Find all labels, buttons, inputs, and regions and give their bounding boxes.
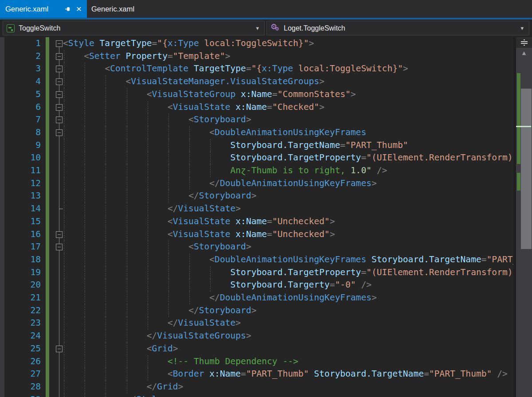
collapse-box-icon[interactable] (56, 66, 63, 72)
gears-icon: ⚙⚙ (270, 23, 280, 33)
code-line: 10 Storyboard.TargetProperty="(UIElement… (0, 152, 513, 164)
code-line: 21 </DoubleAnimationUsingKeyFrames> (0, 292, 513, 304)
line-number: 12 (0, 177, 41, 190)
member-dropdown[interactable]: ⚙⚙ Loget.ToggleSwitch ▾ (266, 21, 529, 35)
code-line: 5 <VisualStateGroup x:Name="CommonStates… (0, 88, 513, 101)
code-line: 12 </DoubleAnimationUsingKeyFrames> (0, 177, 513, 190)
line-number: 17 (0, 241, 41, 253)
collapse-box-icon[interactable] (56, 129, 63, 136)
collapse-box-icon[interactable] (56, 231, 63, 238)
close-icon[interactable]: × (76, 4, 82, 13)
code-editor[interactable]: 1<Style TargetType="{x:Type local:Toggle… (0, 37, 532, 397)
code-text: <Storyboard> (63, 113, 251, 126)
collapse-box-icon[interactable] (56, 346, 63, 352)
line-number: 8 (0, 126, 41, 139)
chevron-down-icon[interactable]: ▾ (520, 25, 525, 31)
code-text: <Style TargetType="{x:Type local:ToggleS… (63, 37, 314, 50)
code-text: <DoubleAnimationUsingKeyFrames Storyboar… (63, 253, 518, 266)
line-number: 11 (0, 164, 41, 177)
pin-icon[interactable] (65, 6, 71, 12)
code-text: </DoubleAnimationUsingKeyFrames> (63, 177, 377, 190)
code-line: 1<Style TargetType="{x:Type local:Toggle… (0, 37, 513, 50)
collapse-box-icon[interactable] (56, 244, 63, 250)
line-number: 21 (0, 292, 41, 304)
code-text: <VisualState x:Name="Checked"> (63, 101, 325, 114)
code-text: </DoubleAnimationUsingKeyFrames> (63, 292, 377, 304)
vertical-scrollbar[interactable]: ▲ (516, 37, 532, 397)
chevron-down-icon[interactable]: ▾ (256, 25, 261, 31)
tab-label: Generic.xaml (5, 5, 48, 13)
code-line: 14 </VisualState> (0, 202, 513, 215)
code-text: </Storyboard> (63, 190, 256, 202)
code-line: 22 </Storyboard> (0, 304, 513, 317)
code-line: 17 <Storyboard> (0, 241, 513, 253)
line-number: 4 (0, 75, 41, 88)
type-dropdown-label: ToggleSwitch (19, 24, 60, 32)
code-text: <Storyboard> (63, 241, 251, 253)
type-dropdown[interactable]: ToggleSwitch ▾ (3, 21, 265, 35)
code-line: 2 <Setter Property="Template"> (0, 50, 513, 63)
code-text: <DoubleAnimationUsingKeyFrames (63, 126, 366, 139)
line-number: 25 (0, 343, 41, 355)
code-text: <Border x:Name="PART_Thumb" Storyboard.T… (63, 368, 508, 381)
code-line: 27 <Border x:Name="PART_Thumb" Storyboar… (0, 368, 513, 381)
line-number: 19 (0, 266, 41, 279)
code-line: 25 <Grid> (0, 343, 513, 355)
code-text: </Grid> (63, 381, 183, 393)
line-number: 3 (0, 62, 41, 75)
code-text: Storyboard.TargetProperty="(UIElement.Re… (63, 266, 518, 279)
change-mark (517, 173, 520, 191)
collapse-box-icon[interactable] (56, 91, 63, 98)
outline-end-tick (59, 209, 63, 209)
line-number: 5 (0, 88, 41, 101)
vs-editor-window: Generic.xaml × Generic.xaml ToggleSwitch… (0, 0, 532, 397)
tab-generic-xaml-active[interactable]: Generic.xaml × (0, 0, 87, 18)
line-number: 10 (0, 152, 41, 164)
code-text: Storyboard.TargetName="PART_Thumb" (63, 139, 408, 152)
line-number: 15 (0, 215, 41, 228)
line-number: 16 (0, 228, 41, 241)
navigation-bar: ToggleSwitch ▾ ⚙⚙ Loget.ToggleSwitch ▾ (0, 19, 532, 37)
code-line: 26 <!-- Thumb Dependency --> (0, 355, 513, 368)
code-text: <VisualStateGroup x:Name="CommonStates"> (63, 88, 356, 101)
code-line: 16 <VisualState x:Name="Unchecked"> (0, 228, 513, 241)
line-number: 18 (0, 253, 41, 266)
collapse-box-icon[interactable] (56, 117, 63, 123)
collapse-box-icon[interactable] (56, 78, 63, 85)
code-line: 9 Storyboard.TargetName="PART_Thumb" (0, 139, 513, 152)
line-number: 29 (0, 393, 41, 397)
code-text: <VisualState x:Name="Unchecked"> (63, 215, 335, 228)
code-text: <Setter Property="Template"> (63, 50, 231, 63)
code-text: <VisualState x:Name="Unchecked"> (63, 228, 335, 241)
code-text: <!-- Thumb Dependency --> (63, 355, 298, 368)
tab-bar: Generic.xaml × Generic.xaml (0, 0, 532, 18)
line-number: 6 (0, 101, 41, 114)
scroll-up-arrow-icon[interactable]: ▲ (516, 49, 532, 58)
member-dropdown-label: Loget.ToggleSwitch (284, 24, 345, 32)
code-line: 29 </Style> (0, 393, 513, 397)
code-line: 4 <VisualStateManager.VisualStateGroups> (0, 75, 513, 88)
line-number: 1 (0, 37, 41, 50)
collapse-box-icon[interactable] (56, 53, 63, 60)
line-number: 28 (0, 381, 41, 393)
style-icon (7, 24, 15, 32)
code-line: 15 <VisualState x:Name="Unchecked"> (0, 215, 513, 228)
code-text: Storyboard.TargetProperty="(UIElement.Re… (63, 152, 513, 164)
line-number: 24 (0, 330, 41, 343)
code-text: Anɀ-Thumb is to right, 1.0" /> (63, 164, 387, 177)
line-number: 9 (0, 139, 41, 152)
code-text: <ControlTemplate TargetType="{x:Type loc… (63, 62, 408, 75)
scrollbar-thumb[interactable] (521, 89, 532, 249)
collapse-box-icon[interactable] (56, 104, 63, 111)
line-number: 14 (0, 202, 41, 215)
code-line: 24 </VisualStateGroups> (0, 330, 513, 343)
code-line: 8 <DoubleAnimationUsingKeyFrames (0, 126, 513, 139)
collapse-box-icon[interactable] (56, 40, 63, 47)
code-line: 20 Storyboard.Targerty="-0" /> (0, 279, 513, 292)
code-line: 7 <Storyboard> (0, 113, 513, 126)
line-number: 20 (0, 279, 41, 292)
split-grip-icon[interactable] (516, 37, 532, 48)
tab-generic-xaml-inactive[interactable]: Generic.xaml (87, 0, 141, 18)
line-number: 13 (0, 190, 41, 202)
code-text: </VisualState> (63, 317, 241, 330)
